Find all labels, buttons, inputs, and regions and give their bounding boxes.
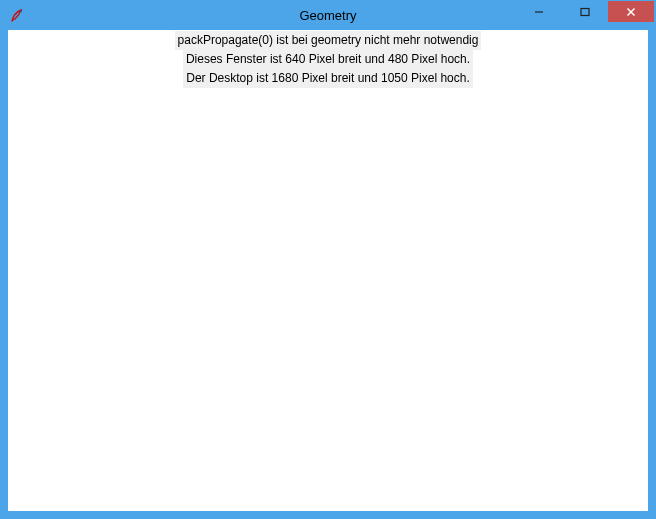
window-control-buttons [516,1,655,22]
tk-feather-icon [7,6,27,26]
titlebar[interactable]: Geometry [1,1,655,30]
info-label: packPropagate(0) ist bei geometry nicht … [175,31,482,50]
info-label: Dieses Fenster ist 640 Pixel breit und 4… [183,50,473,69]
maximize-button[interactable] [562,1,608,22]
window-frame: Geometry packPropagate(0) ist bei geomet… [0,0,656,519]
info-label: Der Desktop ist 1680 Pixel breit und 105… [183,69,473,88]
minimize-button[interactable] [516,1,562,22]
svg-rect-1 [581,8,589,15]
client-area: packPropagate(0) ist bei geometry nicht … [8,30,648,511]
close-button[interactable] [608,1,654,22]
label-stack: packPropagate(0) ist bei geometry nicht … [8,30,648,88]
